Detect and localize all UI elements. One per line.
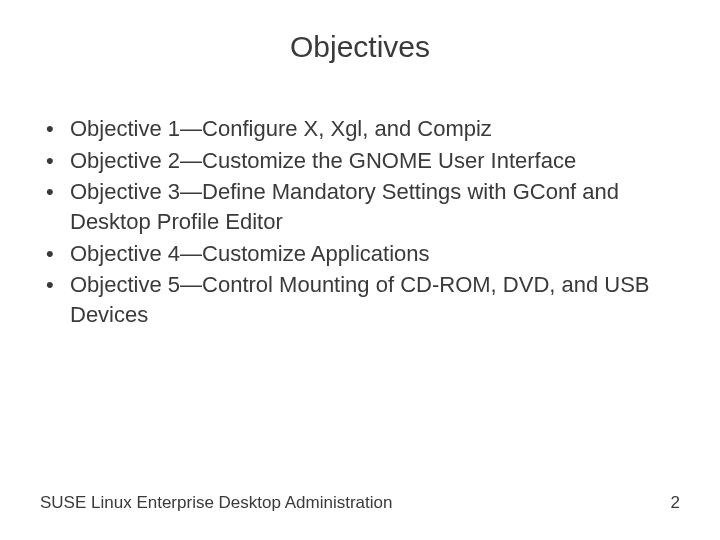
page-number: 2: [671, 493, 680, 513]
list-item: Objective 4—Customize Applications: [40, 239, 680, 269]
list-item: Objective 5—Control Mounting of CD-ROM, …: [40, 270, 680, 329]
objectives-list: Objective 1—Configure X, Xgl, and Compiz…: [40, 114, 680, 330]
list-item: Objective 2—Customize the GNOME User Int…: [40, 146, 680, 176]
slide-footer: SUSE Linux Enterprise Desktop Administra…: [40, 493, 680, 513]
list-item: Objective 1—Configure X, Xgl, and Compiz: [40, 114, 680, 144]
list-item: Objective 3—Define Mandatory Settings wi…: [40, 177, 680, 236]
footer-title: SUSE Linux Enterprise Desktop Administra…: [40, 493, 392, 513]
slide-title: Objectives: [40, 30, 680, 64]
